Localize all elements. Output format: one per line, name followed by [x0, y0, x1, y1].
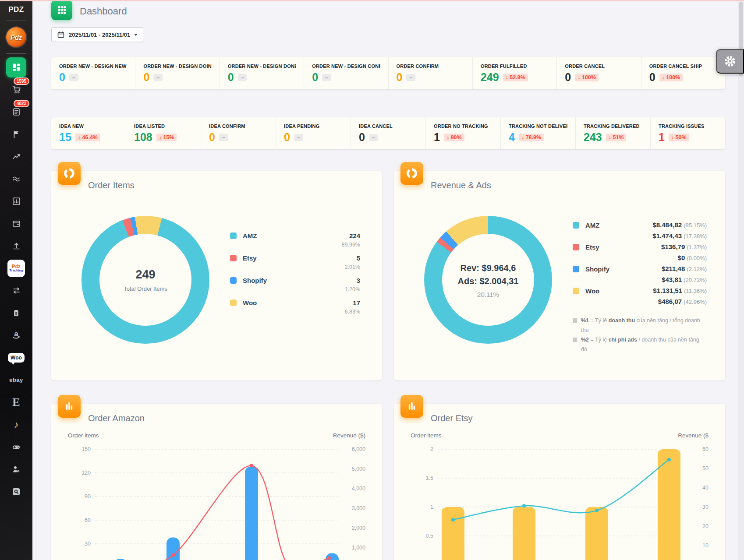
- stat-value: 0: [143, 72, 149, 83]
- transfer-arrows-icon: [12, 286, 21, 295]
- stat-value: 243: [584, 132, 602, 143]
- stat-cell: ORDER CONFIRM 0 –: [389, 57, 473, 89]
- stat-delta-badge: –: [238, 74, 247, 81]
- order-amazon-chart[interactable]: Order itemsRevenue ($)1501209060306,0005…: [66, 432, 367, 560]
- svg-text:5,000: 5,000: [352, 466, 365, 472]
- divider: [6, 21, 26, 21]
- sidebar-item-amazon[interactable]: a: [6, 325, 26, 345]
- stat-delta-badge: ↓ 50%: [669, 134, 689, 141]
- sidebar-item-upload[interactable]: [6, 236, 26, 256]
- legend-divider: [573, 312, 707, 312]
- sidebar-item-dashboard[interactable]: [6, 57, 26, 77]
- stat-value: 0: [59, 72, 65, 83]
- sidebar-item-woo[interactable]: Woo: [6, 348, 26, 368]
- sidebar-item-games[interactable]: [6, 437, 26, 457]
- date-filter-bar: 2025/11/01 - 2025/11/01: [51, 27, 725, 42]
- stat-label: ORDER CANCEL SHIP: [649, 63, 717, 69]
- sidebar-item-orders[interactable]: 1595: [6, 80, 26, 100]
- sidebar-item-ideas[interactable]: 4022: [6, 102, 26, 122]
- stat-value: 1: [434, 132, 440, 143]
- brand-text: PDZ: [8, 5, 24, 14]
- legend-value: 224: [342, 232, 360, 239]
- legend-value: 5: [345, 254, 360, 262]
- legend-ads: $0 (0.00%): [638, 253, 707, 264]
- sidebar-item-trending[interactable]: [6, 147, 26, 167]
- sidebar-item-tiktok[interactable]: ♪: [6, 415, 26, 435]
- stat-value: 0: [209, 132, 215, 143]
- stat-cell: IDEA LISTED 108 ↓ 15%: [126, 117, 201, 149]
- legend-revenue: $136,79 (1.37%): [638, 242, 707, 253]
- stat-cell: ORDER NEW - DESIGN DONE 0 –: [220, 57, 304, 89]
- legend-swatch: [230, 299, 237, 306]
- ideas-count-badge: 4022: [14, 100, 29, 107]
- stat-cell: ORDER NEW - DESIGN NEW 0 –: [51, 57, 135, 89]
- donut-charts-row: Order Items 249 Total Order Items AMZ 22…: [51, 171, 725, 380]
- stat-label: TRACKING DELIVERED: [584, 123, 642, 129]
- stat-cell: ORDER NEW - DESIGN CONFIRMED 0 –: [304, 57, 388, 89]
- gamepad-icon: [11, 442, 21, 452]
- stat-cell: ORDER CANCEL SHIP 0 ↓ 100%: [641, 57, 725, 89]
- ebay-icon: ebay: [9, 377, 23, 383]
- legend-label: Shopify: [243, 277, 267, 284]
- svg-text:3,000: 3,000: [352, 505, 365, 511]
- sidebar-item-ebay[interactable]: ebay: [6, 370, 26, 390]
- sidebar-item-pdz-tracking[interactable]: Pdz Tracking: [6, 258, 26, 278]
- donut-total-label: Total Order Items: [124, 285, 167, 292]
- revenue-ads-donut[interactable]: Rev: $9.964,6 Ads: $2.004,31 20.11%: [424, 216, 552, 344]
- sidebar-item-bar-stats[interactable]: [6, 191, 26, 211]
- page-header: Dashboard: [51, 0, 725, 23]
- settings-button[interactable]: [716, 49, 744, 74]
- svg-text:1: 1: [430, 504, 433, 510]
- date-range-value: 2025/11/01 - 2025/11/01: [69, 32, 130, 38]
- legend-item[interactable]: Etsy 5 2.01%: [230, 254, 360, 270]
- bar-chart-icon: [12, 197, 21, 206]
- legend-item[interactable]: Shopify $211,48 (2.12%) $43,81 (20.72%): [573, 264, 707, 285]
- cart-icon: [12, 85, 21, 94]
- sidebar-item-search[interactable]: [6, 482, 26, 502]
- sidebar-item-flags[interactable]: [6, 124, 26, 144]
- date-range-picker[interactable]: 2025/11/01 - 2025/11/01: [51, 27, 143, 42]
- order-items-legend: AMZ 224 89.96% Etsy 5 2.01%: [230, 232, 360, 321]
- svg-text:120: 120: [81, 470, 91, 476]
- legend-item[interactable]: Woo 17 6.83%: [230, 299, 360, 315]
- order-etsy-chart[interactable]: Order itemsRevenue ($21.510.560504030201…: [409, 432, 710, 560]
- legend-item[interactable]: AMZ $8.484,82 (85.15%) $1.474,43 (17.38%…: [573, 220, 707, 242]
- stat-cell: IDEA CONFIRM 0 –: [201, 117, 276, 149]
- legend-ads: $486,07 (42.96%): [638, 296, 707, 307]
- legend-item[interactable]: AMZ 224 89.96%: [230, 232, 360, 248]
- stat-label: IDEA PENDING: [284, 123, 343, 129]
- legend-swatch: [230, 277, 237, 284]
- legend-item[interactable]: Woo $1.131,51 (11.36%) $486,07 (42.96%): [573, 285, 707, 307]
- pdz-logo-icon[interactable]: Pdz: [6, 27, 26, 47]
- stat-value: 0: [312, 72, 318, 83]
- legend-value: 17: [345, 299, 360, 306]
- footnote-bullet-icon: [573, 318, 577, 323]
- svg-text:S: S: [15, 311, 18, 315]
- svg-text:20: 20: [702, 523, 709, 529]
- legend-item[interactable]: Etsy $136,79 (1.37%) $0 (0.00%): [573, 242, 707, 264]
- stat-value: 0: [359, 132, 365, 143]
- page-scrollbar[interactable]: [738, 0, 744, 560]
- legend-item[interactable]: Shopify 3 1.20%: [230, 277, 360, 292]
- sidebar-item-etsy[interactable]: E: [6, 392, 26, 412]
- stat-cell: ORDER NO TRACKING 1 ↓ 90%: [426, 117, 501, 149]
- stat-value: 15: [59, 132, 71, 143]
- amazon-icon: a: [11, 330, 21, 341]
- svg-text:Order items: Order items: [411, 432, 442, 439]
- legend-swatch: [230, 232, 237, 239]
- stat-delta-badge: –: [369, 134, 378, 141]
- sidebar-item-shopify[interactable]: S: [6, 303, 26, 323]
- sidebar-item-transfer[interactable]: [6, 281, 26, 301]
- order-items-donut[interactable]: 249 Total Order Items: [81, 216, 209, 344]
- sidebar-item-wallet[interactable]: [6, 214, 26, 234]
- legend-label: Etsy: [243, 254, 257, 262]
- stat-delta-badge: ↓ 46.4%: [75, 134, 100, 141]
- stat-label: TRACKING NOT DELIVERED: [509, 123, 567, 129]
- pdz-tracking-icon: Pdz Tracking: [7, 260, 25, 277]
- stat-label: IDEA LISTED: [134, 123, 193, 129]
- sidebar-item-waves[interactable]: [6, 169, 26, 189]
- stat-label: IDEA CANCEL: [359, 123, 418, 129]
- legend-label: Woo: [243, 299, 257, 306]
- sidebar-item-user-settings[interactable]: [6, 459, 26, 479]
- svg-text:90: 90: [85, 493, 91, 500]
